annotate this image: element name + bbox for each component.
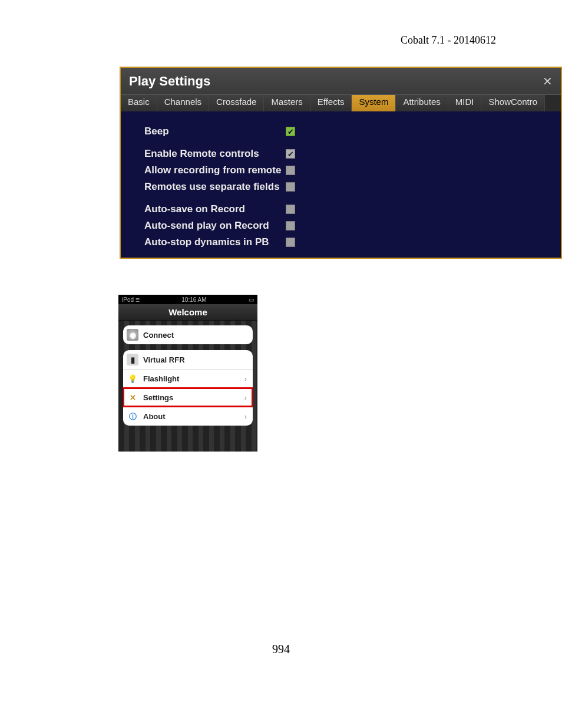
list-item-settings[interactable]: ✕Settings› <box>123 388 253 407</box>
rfr-icon: ▮ <box>127 354 138 365</box>
setting-row: Remotes use separate fields <box>144 179 549 195</box>
play-settings-dialog: Play Settings ✕ BasicChannelsCrossfadeMa… <box>120 67 562 259</box>
checkbox[interactable] <box>286 166 295 175</box>
close-icon[interactable]: ✕ <box>543 74 553 88</box>
tab-attributes[interactable]: Attributes <box>396 95 448 111</box>
checkbox[interactable] <box>286 182 295 192</box>
status-time: 10:16 AM <box>181 297 206 303</box>
page-header: Cobalt 7.1 - 20140612 <box>401 34 496 47</box>
list-item-label: Virtual RFR <box>143 355 185 364</box>
list-item-flashlight[interactable]: 💡Flashlight› <box>123 369 253 388</box>
tab-system[interactable]: System <box>352 95 396 111</box>
checkbox[interactable] <box>286 221 295 230</box>
list-item-label: Connect <box>143 331 174 340</box>
ipod-screenshot: iPod 10:16 AM ▭ Welcome ◉Connect▮Virtual… <box>118 295 257 452</box>
tab-masters[interactable]: Masters <box>264 95 310 111</box>
list-item-label: About <box>143 412 166 421</box>
list-group: ◉Connect <box>123 325 253 344</box>
list-item-connect[interactable]: ◉Connect <box>123 325 253 344</box>
list-group: ▮Virtual RFR💡Flashlight›✕Settings›ⓘAbout… <box>123 350 253 426</box>
tab-bar: BasicChannelsCrossfadeMastersEffectsSyst… <box>121 95 561 111</box>
tab-showcontro[interactable]: ShowContro <box>481 95 545 111</box>
battery-icon: ▭ <box>249 297 254 303</box>
chevron-right-icon: › <box>244 393 247 402</box>
settings-body: Beep✔Enable Remote controls✔Allow record… <box>121 111 561 251</box>
checkbox[interactable] <box>286 205 295 214</box>
globe-icon: ◉ <box>127 329 138 341</box>
page-number: 994 <box>0 643 562 656</box>
setting-label: Beep <box>144 126 286 137</box>
checkbox[interactable] <box>286 238 295 247</box>
chevron-right-icon: › <box>244 412 247 421</box>
setting-row: Allow recording from remote <box>144 162 549 179</box>
setting-row: Auto-save on Record <box>144 201 549 218</box>
tab-effects[interactable]: Effects <box>310 95 352 111</box>
setting-label: Auto-stop dynamics in PB <box>144 236 286 248</box>
status-bar: iPod 10:16 AM ▭ <box>118 295 257 304</box>
dialog-title: Play Settings <box>129 74 210 89</box>
list-item-about[interactable]: ⓘAbout› <box>123 407 253 426</box>
chevron-right-icon: › <box>244 374 247 383</box>
tab-channels[interactable]: Channels <box>157 95 209 111</box>
info-icon: ⓘ <box>127 411 138 423</box>
list-item-label: Settings <box>143 393 173 402</box>
tab-basic[interactable]: Basic <box>121 95 157 111</box>
setting-row: Auto-stop dynamics in PB <box>144 234 549 251</box>
ipod-body: ◉Connect▮Virtual RFR💡Flashlight›✕Setting… <box>118 321 257 452</box>
setting-row: Beep✔ <box>144 123 549 140</box>
setting-row: Auto-send play on Record <box>144 218 549 234</box>
device-label: iPod <box>122 297 140 303</box>
list-item-virtual-rfr[interactable]: ▮Virtual RFR <box>123 350 253 369</box>
tools-icon: ✕ <box>127 392 138 404</box>
list-item-label: Flashlight <box>143 374 179 383</box>
checkbox[interactable]: ✔ <box>286 149 295 159</box>
tab-crossfade[interactable]: Crossfade <box>209 95 264 111</box>
dialog-titlebar: Play Settings ✕ <box>121 68 561 95</box>
setting-label: Auto-send play on Record <box>144 220 286 232</box>
tab-midi[interactable]: MIDI <box>448 95 482 111</box>
setting-label: Enable Remote controls <box>144 148 286 160</box>
checkbox[interactable]: ✔ <box>286 127 295 136</box>
nav-title: Welcome <box>118 304 257 321</box>
setting-label: Remotes use separate fields <box>144 181 286 193</box>
setting-row: Enable Remote controls✔ <box>144 146 549 162</box>
wifi-icon <box>135 297 140 303</box>
setting-label: Auto-save on Record <box>144 203 286 215</box>
bulb-icon: 💡 <box>127 373 138 385</box>
setting-label: Allow recording from remote <box>144 164 286 176</box>
